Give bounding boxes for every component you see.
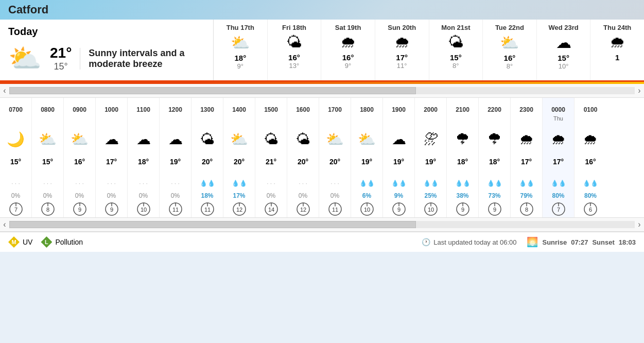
hour-wind: 14: [255, 201, 287, 217]
hour-wind: 9: [383, 201, 414, 217]
svg-text:11: 11: [332, 207, 338, 213]
hour-weather-icon: 🌤: [192, 123, 223, 156]
hour-rain-pct: 0%: [0, 191, 31, 201]
sunset-label: Sunset: [592, 238, 614, 246]
hour-spacer: [319, 168, 351, 176]
top-scrollbar-track[interactable]: [9, 87, 635, 94]
hour-time: 1100: [128, 98, 159, 114]
hour-temp: 19°: [160, 156, 191, 168]
hour-rain-pct: 17%: [223, 191, 255, 201]
scroll-right-arrow-bottom[interactable]: ›: [635, 218, 644, 231]
hour-wind: 6: [575, 201, 606, 217]
hour-col-1700: 1700 ⛅ 20° · · · 0% 11: [319, 98, 351, 217]
svg-text:9: 9: [397, 207, 400, 213]
forecast-day-2[interactable]: Sat 19th 🌧 16° 9°: [321, 20, 375, 80]
hour-time: 1800: [351, 98, 382, 114]
hour-spacer: [64, 168, 95, 176]
sunrise-sunset: 🌅 Sunrise 07:27 Sunset 18:03: [527, 236, 636, 248]
hour-spacer: [447, 168, 478, 176]
hourly-section: 0700 🌙 15° · · · 0% 7 0800 ⛅ 15° · · · 0…: [0, 98, 644, 217]
hour-day-label: [128, 114, 159, 123]
wind-circle-icon: 9: [392, 202, 406, 216]
hour-temp: 20°: [223, 156, 255, 168]
hour-rain-icon: 💧💧: [351, 176, 382, 191]
day-high: 16°: [485, 54, 534, 62]
forecast-day-6[interactable]: Wed 23rd ☁ 15° 10°: [537, 20, 591, 80]
hour-rain-pct: 0%: [160, 191, 191, 201]
hour-weather-icon: ☁: [160, 123, 191, 156]
hour-spacer: [223, 168, 255, 176]
wind-circle-icon: 10: [360, 202, 374, 216]
hour-spacer: [255, 168, 287, 176]
svg-text:8: 8: [46, 207, 49, 213]
hour-day-label: [575, 114, 606, 123]
hour-rain-pct: 25%: [415, 191, 446, 201]
forecast-day-0[interactable]: Thu 17th ⛅ 18° 9°: [214, 20, 268, 80]
hour-temp: 16°: [64, 156, 95, 168]
hour-rain-icon: · · ·: [287, 176, 319, 191]
day-name: Sat 19th: [323, 24, 373, 31]
hour-weather-icon: 🌧: [511, 123, 542, 156]
pollution-section: L Pollution: [41, 236, 83, 248]
header: Catford: [0, 0, 644, 20]
hour-rain-pct: 38%: [447, 191, 478, 201]
hour-weather-icon: ⛅: [351, 123, 382, 156]
scroll-right-arrow[interactable]: ›: [635, 84, 644, 97]
hour-wind: 8: [32, 201, 63, 217]
forecast-day-3[interactable]: Sun 20th 🌧 17° 11°: [375, 20, 429, 80]
svg-text:9: 9: [461, 207, 464, 213]
hour-weather-icon: ⛅: [64, 123, 95, 156]
forecast-day-5[interactable]: Tue 22nd ⛅ 16° 8°: [483, 20, 537, 80]
hour-wind: 9: [447, 201, 478, 217]
today-weather-icon: ⛅: [8, 43, 42, 74]
hour-temp: 19°: [415, 156, 446, 168]
hour-temp: 20°: [192, 156, 223, 168]
hour-time: 2000: [415, 98, 446, 114]
hour-wind: 11: [192, 201, 223, 217]
wind-circle-icon: 14: [264, 202, 279, 216]
hour-day-label: [255, 114, 287, 123]
hour-weather-icon: 🌩: [447, 123, 478, 156]
day-icon: ☁: [539, 33, 588, 52]
hour-temp: 17°: [543, 156, 574, 168]
hour-rain-icon: · · ·: [319, 176, 351, 191]
wind-circle-icon: 8: [41, 202, 55, 216]
day-high: 16°: [323, 53, 373, 62]
svg-text:7: 7: [556, 207, 560, 213]
wind-circle-icon: 7: [9, 202, 23, 216]
forecast-day-7[interactable]: Thu 24th 🌧 1: [590, 20, 644, 80]
hour-temp: 18°: [128, 156, 159, 168]
hour-spacer: [96, 168, 127, 176]
hour-day-label: [351, 114, 382, 123]
wind-circle-icon: 10: [136, 202, 151, 216]
hour-rain-pct: 6%: [351, 191, 382, 201]
scroll-left-arrow[interactable]: ‹: [0, 84, 9, 97]
top-scroll-nav: ‹ ›: [0, 84, 644, 98]
wind-circle-icon: 12: [232, 202, 247, 216]
hour-time: 1700: [319, 98, 351, 114]
day-low: 11°: [377, 62, 427, 70]
hour-wind: 10: [415, 201, 446, 217]
hour-spacer: [128, 168, 159, 176]
hour-rain-icon: 💧💧: [575, 176, 606, 191]
hour-weather-icon: 🌙: [0, 123, 31, 156]
day-high: 15°: [431, 53, 481, 62]
hour-col-0900: 0900 ⛅ 16° · · · 0% 9: [64, 98, 96, 217]
forecast-day-1[interactable]: Fri 18th 🌤 16° 13°: [268, 20, 322, 80]
hour-rain-pct: 0%: [287, 191, 319, 201]
bottom-scrollbar-track[interactable]: [9, 221, 635, 228]
hour-wind: 9: [96, 201, 127, 217]
sunrise-time: 07:27: [571, 238, 588, 246]
forecast-day-4[interactable]: Mon 21st 🌤 15° 8°: [429, 20, 483, 80]
hour-col-0700: 0700 🌙 15° · · · 0% 7: [0, 98, 32, 217]
scroll-left-arrow-bottom[interactable]: ‹: [0, 218, 9, 231]
hour-rain-pct: 0%: [319, 191, 351, 201]
hour-weather-icon: ⛈: [415, 123, 446, 156]
day-name: Mon 21st: [431, 24, 481, 31]
hour-day-label: [64, 114, 95, 123]
day-icon: 🌧: [323, 33, 373, 51]
wind-circle-icon: 9: [73, 202, 87, 216]
hour-temp: 20°: [319, 156, 351, 168]
hour-rain-pct: 0%: [96, 191, 127, 201]
hour-col-0800: 0800 ⛅ 15° · · · 0% 8: [32, 98, 64, 217]
